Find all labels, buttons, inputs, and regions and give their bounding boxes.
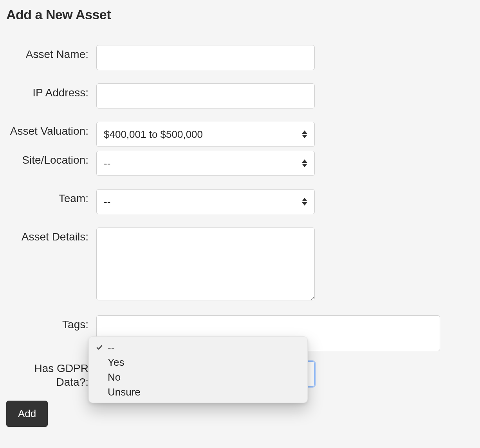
svg-marker-5 (302, 202, 307, 206)
gdpr-option-label: Unsure (105, 386, 141, 398)
site-location-value: -- (104, 157, 110, 170)
site-location-label: Site/Location: (6, 151, 96, 167)
gdpr-option-label: Yes (105, 356, 124, 369)
site-location-select[interactable]: -- (96, 151, 315, 176)
team-select[interactable]: -- (96, 189, 315, 214)
asset-valuation-value: $400,001 to $500,000 (104, 128, 203, 141)
page-title: Add a New Asset (6, 7, 474, 22)
asset-name-input[interactable] (96, 45, 315, 70)
ip-address-input[interactable] (96, 83, 315, 108)
svg-marker-1 (302, 135, 307, 138)
gdpr-option-label: -- (105, 341, 114, 354)
check-icon (94, 344, 105, 351)
asset-valuation-select[interactable]: $400,001 to $500,000 (96, 122, 315, 147)
svg-marker-0 (302, 130, 307, 134)
gdpr-option-yes[interactable]: Yes (89, 355, 307, 370)
chevron-updown-icon (302, 130, 307, 138)
tags-label: Tags: (6, 315, 96, 331)
has-gdpr-dropdown[interactable]: -- Yes No Unsure (88, 336, 308, 403)
asset-name-label: Asset Name: (6, 45, 96, 61)
has-gdpr-label: Has GDPR Data?: (6, 361, 96, 389)
add-button[interactable]: Add (6, 401, 48, 427)
team-label: Team: (6, 189, 96, 205)
svg-marker-2 (302, 159, 307, 163)
gdpr-option-no[interactable]: No (89, 370, 307, 385)
ip-address-label: IP Address: (6, 83, 96, 99)
asset-details-textarea[interactable] (96, 228, 315, 300)
chevron-updown-icon (302, 198, 307, 206)
gdpr-option-unsure[interactable]: Unsure (89, 385, 307, 399)
asset-details-label: Asset Details: (6, 228, 96, 244)
chevron-updown-icon (302, 159, 307, 167)
svg-marker-4 (302, 198, 307, 201)
gdpr-option-blank[interactable]: -- (89, 340, 307, 355)
team-value: -- (104, 196, 110, 208)
gdpr-option-label: No (105, 371, 121, 383)
svg-marker-3 (302, 164, 307, 167)
asset-valuation-label: Asset Valuation: (6, 122, 96, 138)
